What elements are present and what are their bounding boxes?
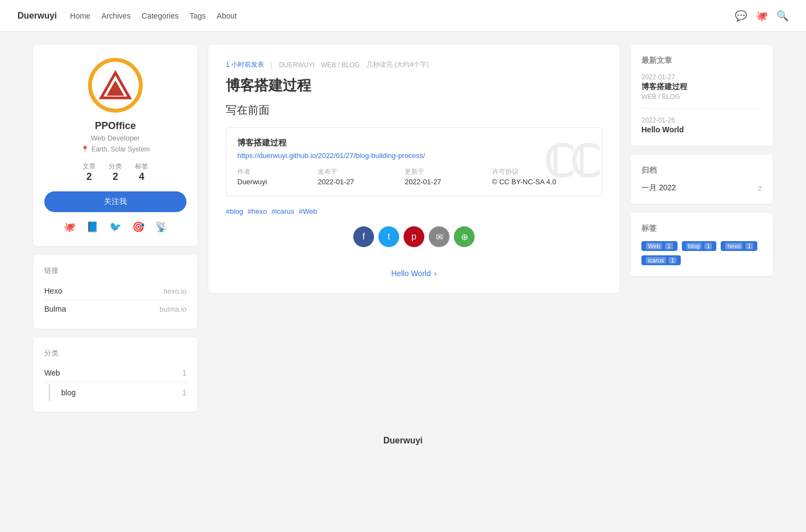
page-wrap: PPOffice Web Developer 📍 Earth, Solar Sy… bbox=[20, 32, 786, 425]
tag-web[interactable]: Web bbox=[299, 207, 317, 215]
facebook-social-icon[interactable]: 📘 bbox=[86, 221, 98, 233]
tag-blog-badge[interactable]: blog 1 bbox=[682, 241, 717, 251]
post-subtitle: 写在前面 bbox=[226, 103, 602, 118]
updated-label: 更新于 bbox=[405, 167, 475, 177]
post-time: 1 小时前发表 bbox=[226, 60, 264, 69]
sidebar-right: 最新文章 2022-01-27 博客搭建过程 WEB / BLOG 2022-0… bbox=[630, 45, 773, 412]
nav-archives[interactable]: Archives bbox=[101, 11, 131, 20]
categories-card: 分类 Web 1 blog 1 bbox=[33, 337, 197, 412]
twitter-social-icon[interactable]: 🐦 bbox=[109, 221, 121, 233]
post-author-tag: DUERWUYI bbox=[279, 61, 314, 69]
chevron-right-icon: › bbox=[434, 269, 437, 278]
cat-blog: blog 1 bbox=[49, 384, 186, 401]
updated-value: 2022-01-27 bbox=[405, 178, 475, 186]
avatar-inner bbox=[92, 62, 139, 109]
archive-label-1[interactable]: 一月 2022 bbox=[641, 183, 676, 193]
archive-item-1: 一月 2022 2 bbox=[641, 183, 762, 193]
author-label: 作者 bbox=[237, 167, 301, 177]
recent-item-1: 2022-01-27 博客搭建过程 WEB / BLOG bbox=[641, 73, 762, 109]
nav-about[interactable]: About bbox=[217, 11, 237, 20]
recent-cat-1: WEB / BLOG bbox=[641, 93, 762, 101]
tag-web-badge[interactable]: Web 1 bbox=[641, 241, 677, 251]
categories-title: 分类 bbox=[44, 348, 186, 358]
cc-icon: © bbox=[492, 178, 498, 186]
share-buttons: f t p ✉ ⊕ bbox=[226, 226, 602, 247]
post-box-title: 博客搭建过程 bbox=[237, 138, 591, 148]
link-hexo: Hexo hexo.io bbox=[44, 282, 186, 300]
chat-icon[interactable]: 💬 bbox=[735, 10, 747, 22]
recent-date-1: 2022-01-27 bbox=[641, 73, 762, 81]
post-read-time: 几秒读完 (大约4个字) bbox=[366, 60, 429, 69]
github-icon[interactable]: 🐙 bbox=[756, 10, 768, 22]
link-bulma: Bulma bulma.io bbox=[44, 300, 186, 318]
published-label: 发布于 bbox=[318, 167, 388, 177]
tags-section-title: 标签 bbox=[641, 224, 762, 233]
footer-brand[interactable]: Duerwuyi bbox=[383, 436, 423, 445]
recent-posts-title: 最新文章 bbox=[641, 56, 762, 66]
recent-date-2: 2022-01-26 bbox=[641, 116, 762, 124]
nav-links: Home Archives Categories Tags About bbox=[70, 11, 722, 20]
tag-icarus[interactable]: icarus bbox=[271, 207, 294, 215]
tag-icarus-badge[interactable]: icarus 1 bbox=[641, 255, 681, 265]
post-info-meta: 作者 Duerwuyi 发布于 2022-01-27 更新于 2022-01-2… bbox=[237, 167, 591, 186]
tags-card: 标签 Web 1 blog 1 hexo 1 icarus 1 bbox=[630, 213, 773, 276]
next-post-link[interactable]: Hello World › bbox=[226, 260, 602, 278]
author-value: Duerwuyi bbox=[237, 178, 301, 186]
post-category-meta: WEB / BLOG bbox=[321, 61, 360, 69]
archive-card: 归档 一月 2022 2 bbox=[630, 155, 773, 204]
profile-name: PPOffice bbox=[95, 120, 136, 132]
main-content: 1 小时前发表 | DUERWUYI WEB / BLOG 几秒读完 (大约4个… bbox=[208, 45, 620, 412]
footer: Duerwuyi bbox=[0, 425, 806, 457]
brand-logo[interactable]: Duerwuyi bbox=[17, 11, 57, 21]
recent-posts-card: 最新文章 2022-01-27 博客搭建过程 WEB / BLOG 2022-0… bbox=[630, 45, 773, 146]
profile-role: Web Developer bbox=[91, 134, 139, 142]
navbar: Duerwuyi Home Archives Categories Tags A… bbox=[0, 0, 806, 32]
share-facebook[interactable]: f bbox=[353, 226, 374, 247]
social-links: 🐙 📘 🐦 🎯 📡 bbox=[63, 221, 167, 233]
follow-button[interactable]: 关注我 bbox=[44, 191, 186, 212]
tags-wrap: Web 1 blog 1 hexo 1 icarus 1 bbox=[641, 241, 762, 265]
post-title: 博客搭建过程 bbox=[226, 76, 602, 95]
stat-articles: 文章 2 bbox=[83, 162, 96, 183]
post-card: 1 小时前发表 | DUERWUYI WEB / BLOG 几秒读完 (大约4个… bbox=[208, 45, 620, 293]
recent-post-title-1[interactable]: 博客搭建过程 bbox=[641, 82, 762, 92]
github-social-icon[interactable]: 🐙 bbox=[63, 221, 75, 233]
post-box-url[interactable]: https://duerwuyi.github.io/2022/01/27/bl… bbox=[237, 151, 591, 160]
post-info-box: ℂℂ 博客搭建过程 https://duerwuyi.github.io/202… bbox=[226, 127, 602, 196]
tag-hexo[interactable]: hexo bbox=[248, 207, 267, 215]
recent-item-2: 2022-01-26 Hello World bbox=[641, 116, 762, 134]
profile-location: 📍 Earth, Solar System bbox=[81, 145, 150, 153]
profile-stats: 文章 2 分类 2 标签 4 bbox=[83, 162, 148, 183]
share-email[interactable]: ✉ bbox=[429, 226, 449, 247]
tag-hexo-badge[interactable]: hexo 1 bbox=[721, 241, 757, 251]
nav-home[interactable]: Home bbox=[70, 11, 90, 20]
location-pin-icon: 📍 bbox=[81, 145, 89, 153]
avatar-wrap bbox=[88, 58, 143, 113]
recent-post-title-2[interactable]: Hello World bbox=[641, 125, 762, 134]
stat-categories: 分类 2 bbox=[109, 162, 122, 183]
cat-web: Web 1 bbox=[44, 365, 186, 382]
dribbble-social-icon[interactable]: 🎯 bbox=[132, 221, 144, 233]
sidebar-left: PPOffice Web Developer 📍 Earth, Solar Sy… bbox=[33, 45, 197, 412]
archive-title: 归档 bbox=[641, 166, 762, 176]
links-title: 链接 bbox=[44, 266, 186, 276]
post-meta: 1 小时前发表 | DUERWUYI WEB / BLOG 几秒读完 (大约4个… bbox=[226, 60, 602, 69]
post-tags: blog hexo icarus Web bbox=[226, 207, 602, 215]
share-pinterest[interactable]: p bbox=[404, 226, 424, 247]
archive-count-1: 2 bbox=[758, 184, 762, 192]
navbar-icons: 💬 🐙 🔍 bbox=[735, 10, 789, 22]
cc-watermark: ℂℂ bbox=[544, 137, 596, 188]
share-other[interactable]: ⊕ bbox=[454, 226, 475, 247]
share-twitter[interactable]: t bbox=[378, 226, 399, 247]
tag-blog[interactable]: blog bbox=[226, 207, 243, 215]
avatar-logo bbox=[99, 71, 132, 101]
rss-social-icon[interactable]: 📡 bbox=[155, 221, 167, 233]
profile-card: PPOffice Web Developer 📍 Earth, Solar Sy… bbox=[33, 45, 197, 246]
links-card: 链接 Hexo hexo.io Bulma bulma.io bbox=[33, 255, 197, 329]
nav-categories[interactable]: Categories bbox=[142, 11, 179, 20]
published-value: 2022-01-27 bbox=[318, 178, 388, 186]
nav-tags[interactable]: Tags bbox=[190, 11, 206, 20]
stat-tags: 标签 4 bbox=[135, 162, 148, 183]
search-icon[interactable]: 🔍 bbox=[776, 10, 789, 22]
